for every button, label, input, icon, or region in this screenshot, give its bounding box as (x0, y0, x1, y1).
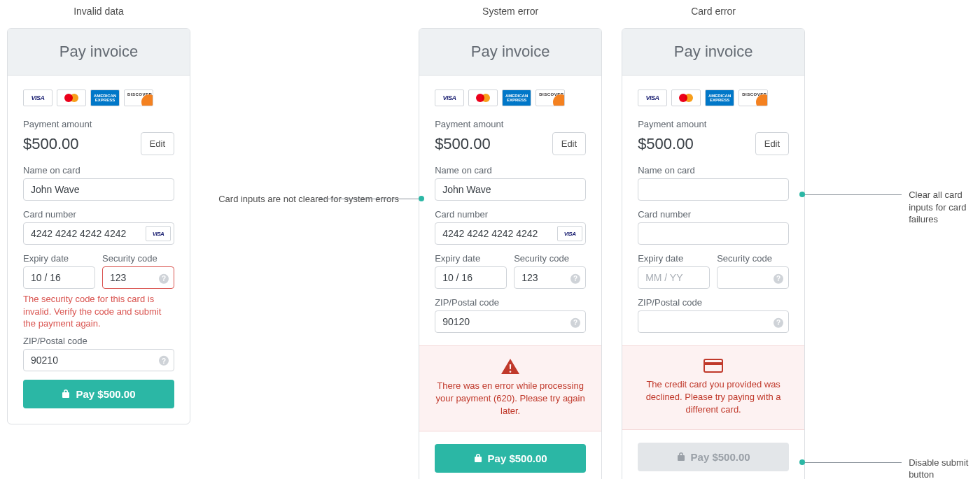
payment-amount-value: $500.00 (23, 135, 79, 153)
svg-rect-0 (704, 359, 722, 372)
svg-rect-1 (704, 362, 722, 365)
lock-icon (474, 453, 482, 463)
expiry-label: Expiry date (23, 253, 95, 264)
column-title-card-error: Card error (691, 6, 736, 17)
payment-card-card-error: Pay invoice VISA AMERICAN EXPRESS DISCOV… (622, 28, 805, 479)
column-card-error: Card error Pay invoice VISA AMERICAN EXP… (622, 6, 805, 479)
pay-button-label: Pay $500.00 (488, 452, 547, 464)
pay-button[interactable]: Pay $500.00 (23, 380, 174, 408)
amex-icon: AMERICAN EXPRESS (90, 90, 120, 106)
payment-amount-label: Payment amount (638, 119, 789, 129)
security-input[interactable] (514, 266, 586, 289)
expiry-input[interactable] (23, 266, 95, 289)
card-number-input[interactable] (638, 222, 789, 245)
card-brand-row: VISA AMERICAN EXPRESS DISCOVER (23, 90, 174, 106)
name-input[interactable] (435, 178, 586, 201)
name-input[interactable] (23, 178, 174, 201)
alert-icon (501, 359, 519, 374)
credit-card-icon (704, 359, 723, 373)
amex-icon: AMERICAN EXPRESS (502, 90, 531, 106)
mastercard-icon (468, 90, 498, 106)
payment-card-system: Pay invoice VISA AMERICAN EXPRESS DISCOV… (419, 28, 602, 479)
payment-card-invalid: Pay invoice VISA AMERICAN EXPRESS DISCOV… (7, 28, 190, 424)
card-number-label: Card number (638, 209, 789, 220)
security-error-message: The security code for this card is inval… (23, 293, 174, 330)
pay-button[interactable]: Pay $500.00 (435, 444, 586, 473)
edit-amount-button[interactable]: Edit (552, 132, 586, 155)
card-number-label: Card number (435, 209, 586, 220)
column-title-system: System error (482, 6, 538, 17)
zip-input[interactable] (638, 310, 789, 333)
card-title: Pay invoice (426, 43, 594, 61)
pay-button-disabled: Pay $500.00 (638, 443, 789, 471)
mastercard-icon (57, 90, 86, 106)
edit-amount-button[interactable]: Edit (755, 132, 789, 155)
expiry-label: Expiry date (638, 253, 710, 264)
security-input[interactable] (102, 266, 174, 289)
expiry-input[interactable] (435, 266, 507, 289)
visa-icon: VISA (638, 90, 667, 106)
discover-icon: DISCOVER (124, 90, 153, 106)
pay-button-label: Pay $500.00 (76, 388, 135, 400)
payment-amount-label: Payment amount (435, 119, 586, 129)
name-label: Name on card (638, 165, 789, 176)
annotation-system-note: Card inputs are not cleared for system e… (210, 193, 399, 206)
column-invalid: Invalid data Pay invoice VISA AMERICAN E… (7, 6, 190, 424)
payment-amount-value: $500.00 (435, 135, 491, 153)
detected-brand-icon: VISA (146, 226, 171, 241)
column-system: System error Pay invoice VISA AMERICAN E… (419, 6, 602, 479)
discover-icon: DISCOVER (738, 90, 768, 106)
payment-amount-value: $500.00 (638, 135, 694, 153)
system-error-panel: There was en error while processing your… (419, 345, 601, 431)
security-label: Security code (102, 253, 174, 264)
security-label: Security code (514, 253, 586, 264)
security-input[interactable] (717, 266, 789, 289)
pay-button-label: Pay $500.00 (691, 451, 750, 463)
lock-icon (62, 389, 70, 399)
lock-icon (677, 452, 685, 462)
name-input[interactable] (638, 178, 789, 201)
zip-label: ZIP/Postal code (23, 336, 174, 346)
card-brand-row: VISA AMERICAN EXPRESS DISCOVER (638, 90, 789, 106)
annotation-right: Clear all card inputs for card failures … (825, 6, 980, 479)
visa-icon: VISA (435, 90, 464, 106)
card-error-message: The credit card you provided was decline… (636, 378, 790, 417)
column-title-invalid: Invalid data (74, 6, 124, 17)
card-title: Pay invoice (629, 43, 797, 61)
security-label: Security code (717, 253, 789, 264)
discover-icon: DISCOVER (536, 90, 565, 106)
zip-label: ZIP/Postal code (638, 297, 789, 308)
card-header: Pay invoice (622, 29, 804, 76)
payment-amount-label: Payment amount (23, 119, 174, 129)
amex-icon: AMERICAN EXPRESS (705, 90, 734, 106)
card-brand-row: VISA AMERICAN EXPRESS DISCOVER (435, 90, 586, 106)
name-label: Name on card (435, 165, 586, 176)
expiry-input[interactable] (638, 266, 710, 289)
card-number-label: Card number (23, 209, 174, 220)
card-header: Pay invoice (419, 29, 601, 76)
expiry-label: Expiry date (435, 253, 507, 264)
mastercard-icon (671, 90, 701, 106)
zip-input[interactable] (23, 349, 174, 371)
annotation-disable-button: Disable submit button (825, 457, 980, 479)
system-error-message: There was en error while processing your… (433, 380, 587, 418)
card-error-panel: The credit card you provided was decline… (622, 345, 804, 430)
visa-icon: VISA (23, 90, 52, 106)
name-label: Name on card (23, 165, 174, 176)
edit-amount-button[interactable]: Edit (141, 132, 174, 155)
card-title: Pay invoice (15, 43, 183, 61)
card-header: Pay invoice (8, 29, 190, 76)
zip-input[interactable] (435, 310, 586, 333)
detected-brand-icon: VISA (557, 226, 582, 241)
zip-label: ZIP/Postal code (435, 297, 586, 308)
